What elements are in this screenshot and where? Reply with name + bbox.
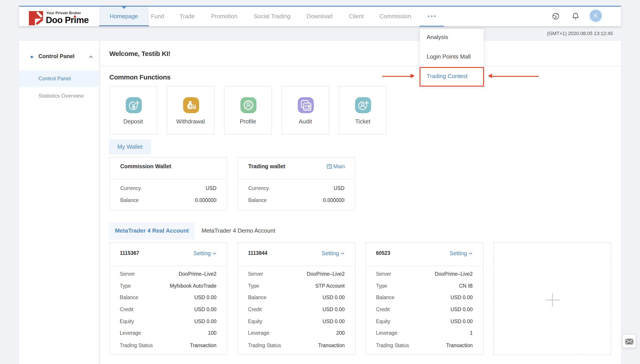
svg-text:$: $ xyxy=(189,104,191,108)
